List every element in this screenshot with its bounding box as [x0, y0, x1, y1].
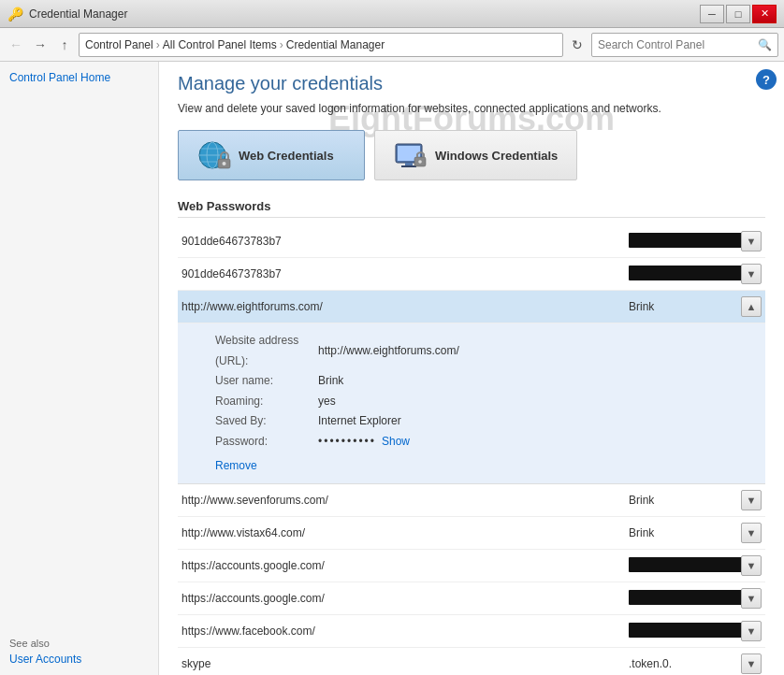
cred-name: http://www.sevenforums.com/	[181, 494, 629, 507]
windows-credentials-icon	[394, 140, 428, 170]
redacted-value	[629, 233, 760, 248]
cred-user: Brink	[629, 526, 741, 539]
minimize-button[interactable]: ─	[700, 5, 724, 23]
svg-rect-9	[405, 163, 413, 165]
cred-name: http://www.eightforums.com/	[181, 300, 629, 313]
address-path: web Control Panel › All Control Panel It…	[79, 33, 563, 57]
redacted-value	[629, 557, 760, 572]
redacted-value	[629, 623, 760, 638]
show-password-link[interactable]: Show	[382, 432, 410, 452]
web-credentials-icon	[197, 140, 231, 170]
windows-credentials-button[interactable]: Windows Credentials	[374, 130, 577, 180]
breadcrumb-all-items[interactable]: All Control Panel Items	[163, 38, 277, 51]
address-bar: ← → ↑ web Control Panel › All Control Pa…	[0, 28, 784, 62]
table-row[interactable]: 901dde64673783b7 ▼	[178, 258, 765, 291]
up-button[interactable]: ↑	[54, 35, 75, 55]
maximize-button[interactable]: □	[726, 5, 750, 23]
cred-user	[629, 623, 741, 640]
breadcrumb-credential-manager[interactable]: Credential Manager	[286, 38, 385, 51]
roaming-value: yes	[318, 392, 336, 412]
section-header: Web Passwords	[178, 199, 765, 218]
redacted-value	[629, 266, 760, 280]
page-title: Manage your credentials	[178, 73, 765, 94]
expand-button[interactable]: ▼	[741, 621, 762, 641]
see-also-label: See also	[9, 638, 149, 649]
table-row[interactable]: 901dde64673783b7 ▼	[178, 225, 765, 258]
url-label: Website address (URL):	[215, 331, 318, 371]
cred-user: Brink	[629, 300, 741, 313]
windows-credentials-label: Windows Credentials	[435, 149, 558, 163]
redacted-value	[629, 590, 760, 605]
forward-button[interactable]: →	[30, 35, 51, 55]
cred-user	[629, 557, 741, 575]
expand-button[interactable]: ▼	[741, 523, 762, 543]
table-row[interactable]: skype .token.0. ▼	[178, 648, 765, 675]
username-label: User name:	[215, 371, 318, 392]
table-row[interactable]: http://www.vistax64.com/ Brink ▼	[178, 517, 765, 550]
expand-button[interactable]: ▼	[741, 555, 762, 576]
web-credentials-label: Web Credentials	[239, 149, 334, 163]
table-row[interactable]: https://www.facebook.com/ ▼	[178, 615, 765, 648]
svg-point-6	[223, 162, 226, 165]
cred-user	[629, 233, 741, 251]
search-icon: 🔍	[758, 38, 772, 51]
table-row[interactable]: https://accounts.google.com/ ▼	[178, 550, 765, 582]
main-container: Control Panel Home See also User Account…	[0, 62, 784, 675]
app-icon: 🔑	[7, 7, 23, 22]
breadcrumb-controlpanel[interactable]: Control Panel	[85, 38, 153, 51]
cred-user	[629, 590, 741, 608]
table-row[interactable]: http://www.eightforums.com/ Brink ▲	[178, 291, 765, 323]
table-row[interactable]: https://accounts.google.com/ ▼	[178, 582, 765, 615]
expand-button[interactable]: ▼	[741, 653, 762, 674]
expand-button[interactable]: ▼	[741, 231, 762, 251]
close-button[interactable]: ✕	[752, 5, 777, 23]
back-button[interactable]: ←	[6, 35, 26, 55]
content-area: EightForums.com ? Manage your credential…	[159, 62, 784, 675]
cred-user: Brink	[629, 494, 741, 507]
cred-name: https://accounts.google.com/	[181, 592, 629, 605]
expand-button[interactable]: ▼	[741, 490, 762, 510]
credential-type-row: ➜ Web Cr	[178, 130, 765, 180]
expand-button[interactable]: ▲	[741, 296, 762, 317]
svg-rect-10	[401, 165, 416, 167]
credentials-list: 901dde64673783b7 ▼ 901dde64673783b7 ▼ ht…	[178, 225, 765, 675]
cred-user	[629, 266, 741, 283]
password-label: Password:	[215, 432, 318, 452]
sidebar: Control Panel Home See also User Account…	[0, 62, 159, 675]
cred-name: 901dde64673783b7	[181, 267, 629, 280]
window-controls: ─ □ ✕	[700, 5, 777, 23]
cred-name: 901dde64673783b7	[181, 235, 629, 248]
title-bar: 🔑 Credential Manager ─ □ ✕	[0, 0, 784, 28]
search-box: 🔍	[591, 33, 778, 57]
username-value: Brink	[318, 371, 343, 392]
url-value: http://www.eightforums.com/	[318, 341, 459, 362]
savedby-label: Saved By:	[215, 411, 318, 432]
savedby-value: Internet Explorer	[318, 411, 401, 432]
password-dots: ••••••••••	[318, 432, 376, 452]
roaming-label: Roaming:	[215, 392, 318, 412]
search-input[interactable]	[598, 38, 758, 51]
page-description: View and delete your saved logon informa…	[178, 102, 765, 115]
web-credentials-button[interactable]: Web Credentials	[178, 130, 365, 180]
user-accounts-link[interactable]: User Accounts	[9, 653, 81, 666]
expanded-detail: Website address (URL): http://www.eightf…	[178, 323, 765, 484]
cred-user: .token.0.	[629, 657, 741, 670]
cred-name: skype	[181, 657, 629, 670]
expand-button[interactable]: ▼	[741, 588, 762, 609]
remove-link[interactable]: Remove	[215, 456, 257, 477]
cred-name: http://www.vistax64.com/	[181, 526, 629, 539]
window-title: Credential Manager	[29, 7, 127, 21]
cred-name: https://www.facebook.com/	[181, 625, 629, 638]
cred-name: https://accounts.google.com/	[181, 559, 629, 572]
expand-button[interactable]: ▼	[741, 264, 762, 284]
table-row[interactable]: http://www.sevenforums.com/ Brink ▼	[178, 484, 765, 517]
svg-point-12	[418, 160, 422, 164]
control-panel-home-link[interactable]: Control Panel Home	[9, 71, 149, 84]
refresh-button[interactable]: ↻	[567, 35, 588, 55]
